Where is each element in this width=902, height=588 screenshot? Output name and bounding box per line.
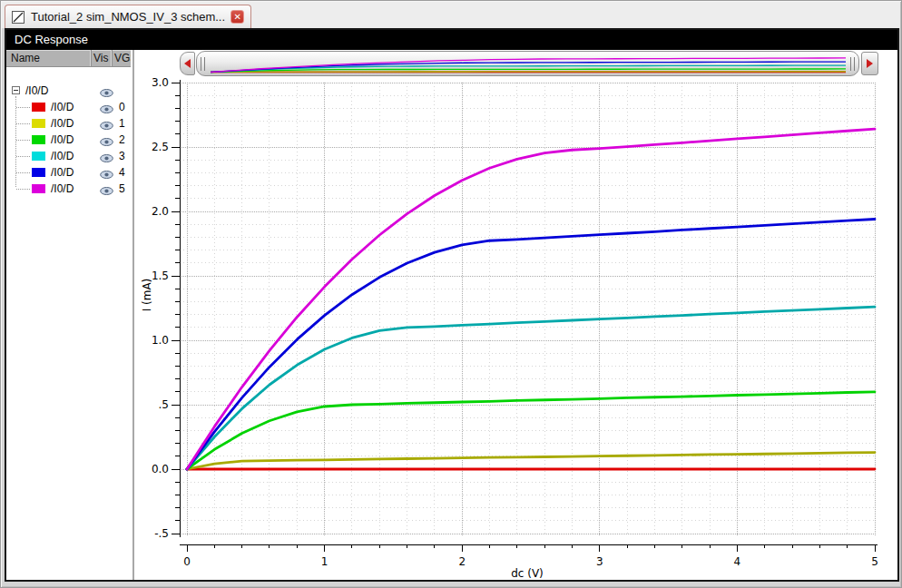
vgs-value: 1 <box>119 117 130 130</box>
color-swatch <box>32 168 45 177</box>
axis-label: dc (V) <box>511 567 544 580</box>
axis-label: -.5 <box>154 527 169 540</box>
vgs-value: 3 <box>119 150 130 162</box>
axis-labels: -.50.0.51.01.52.02.53.0012345I (mA)dc (V… <box>141 76 878 580</box>
legend-parent-row[interactable]: /I0/D <box>6 83 131 99</box>
tab-bar: Tutorial_2 sim_NMOS_IV_3 schem... ✕ <box>2 2 900 28</box>
signal-name: /I0/D <box>51 150 74 162</box>
trace--i0-d-vgs-1[interactable] <box>187 453 875 469</box>
panel-splitter[interactable] <box>131 50 137 580</box>
vgs-value: 5 <box>119 182 130 195</box>
tab-close-icon[interactable]: ✕ <box>230 10 244 24</box>
axis-label: 3.0 <box>152 76 169 89</box>
axis-label: 0.0 <box>152 463 169 475</box>
graph-frame: DC Response Name Vis VGS /I0/D/I0/D0/I0/… <box>5 28 899 582</box>
color-swatch <box>32 152 45 161</box>
graph-tab-icon <box>11 10 25 24</box>
column-header-name[interactable]: Name <box>6 50 91 66</box>
axis-label: 2.5 <box>152 141 169 153</box>
color-swatch <box>32 103 45 112</box>
signal-name: /I0/D <box>51 166 74 179</box>
tree-connector <box>16 189 30 190</box>
axis-label: 4 <box>734 555 741 568</box>
signal-name: /I0/D <box>51 117 74 130</box>
signal-name: /I0/D <box>51 133 74 146</box>
collapse-expander-icon[interactable] <box>12 86 20 94</box>
legend-row[interactable]: /I0/D3 <box>6 148 131 164</box>
legend-row[interactable]: /I0/D4 <box>6 164 131 181</box>
axis-label: 3 <box>596 555 603 568</box>
axis-label: 1.0 <box>152 334 169 347</box>
visibility-eye-icon[interactable] <box>100 87 113 100</box>
visibility-eye-icon[interactable] <box>100 120 113 132</box>
visibility-eye-icon[interactable] <box>100 103 113 116</box>
axis-label: I (mA) <box>141 279 153 312</box>
tab-title: Tutorial_2 sim_NMOS_IV_3 schem... <box>31 10 225 24</box>
axis-label: 2.0 <box>152 205 169 218</box>
signal-group-name: /I0/D <box>25 84 48 97</box>
legend-row[interactable]: /I0/D1 <box>6 115 131 132</box>
trace--i0-d-vgs-5[interactable] <box>187 129 875 469</box>
tree-connector <box>16 172 30 173</box>
plot-canvas[interactable]: -.50.0.51.01.52.02.53.0012345I (mA)dc (V… <box>137 50 897 580</box>
trace--i0-d-vgs-4[interactable] <box>187 220 875 469</box>
vgs-value: 2 <box>119 133 130 146</box>
axis-label: 1.5 <box>152 270 169 282</box>
visibility-eye-icon[interactable] <box>100 185 113 198</box>
signal-name: /I0/D <box>51 101 74 113</box>
axes <box>172 80 877 552</box>
color-swatch <box>32 135 45 144</box>
axis-label: .5 <box>159 398 169 411</box>
tree-connector <box>16 140 30 141</box>
curves <box>187 129 875 469</box>
viva-window: Tutorial_2 sim_NMOS_IV_3 schem... ✕ DC R… <box>0 0 902 588</box>
visibility-eye-icon[interactable] <box>100 152 113 165</box>
legend-header: Name Vis VGS <box>6 50 131 67</box>
tree-connector <box>16 107 30 108</box>
signal-name: /I0/D <box>51 182 74 195</box>
tree-connector <box>16 156 30 157</box>
visibility-eye-icon[interactable] <box>100 136 113 149</box>
plot-panel: -.50.0.51.01.52.02.53.0012345I (mA)dc (V… <box>137 50 897 580</box>
legend-row[interactable]: /I0/D2 <box>6 132 131 148</box>
plot-title-bar: DC Response <box>6 30 897 50</box>
column-header-vis[interactable]: Vis <box>91 50 112 66</box>
axis-label: 5 <box>871 555 878 568</box>
axis-label: 1 <box>321 555 328 568</box>
trace--i0-d-vgs-3[interactable] <box>187 307 875 469</box>
vgs-value: 0 <box>119 101 130 113</box>
axis-label: 0 <box>183 555 191 568</box>
vgs-value: 4 <box>119 166 130 179</box>
color-swatch <box>32 184 45 193</box>
column-header-vgs[interactable]: VGS <box>112 50 131 66</box>
axis-label: 2 <box>458 555 466 568</box>
legend-panel: Name Vis VGS /I0/D/I0/D0/I0/D1/I0/D2/I0/… <box>6 50 131 580</box>
signal-tree: /I0/D/I0/D0/I0/D1/I0/D2/I0/D3/I0/D4/I0/D… <box>6 67 131 197</box>
color-swatch <box>32 119 45 128</box>
visibility-eye-icon[interactable] <box>100 169 113 181</box>
legend-row[interactable]: /I0/D0 <box>6 99 131 115</box>
legend-row[interactable]: /I0/D5 <box>6 181 131 197</box>
tab-graph-window[interactable]: Tutorial_2 sim_NMOS_IV_3 schem... ✕ <box>5 5 251 28</box>
tree-connector <box>16 123 30 124</box>
